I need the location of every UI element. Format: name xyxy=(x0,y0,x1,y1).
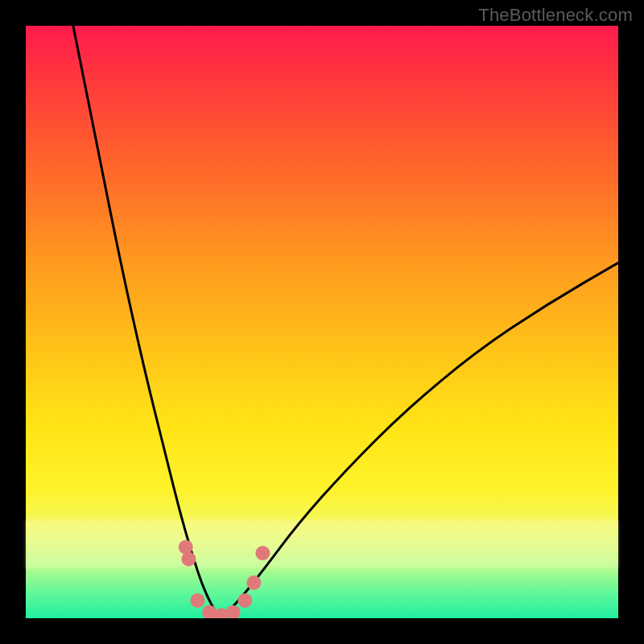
sample-dot xyxy=(226,605,241,618)
sample-dot xyxy=(181,551,196,566)
curve-right-branch xyxy=(221,262,618,618)
chart-svg xyxy=(26,26,618,618)
sample-dot xyxy=(237,593,252,608)
plot-area xyxy=(26,26,618,618)
chart-frame: TheBottleneck.com xyxy=(0,0,644,644)
watermark-text: TheBottleneck.com xyxy=(478,5,633,26)
curve-left-branch xyxy=(73,26,221,618)
sample-dot xyxy=(246,576,261,590)
sample-dot xyxy=(190,593,204,608)
sample-dot xyxy=(255,546,270,560)
